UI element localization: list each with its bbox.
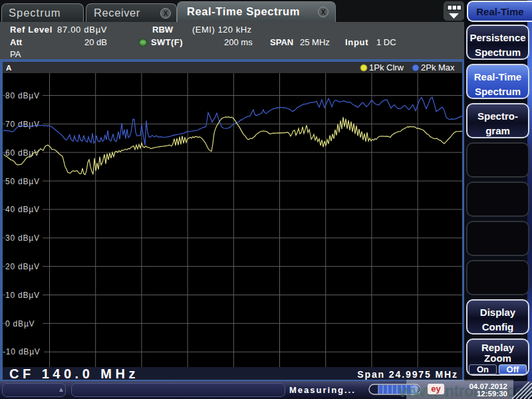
svg-text:30 dBµV: 30 dBµV	[5, 233, 40, 243]
svg-text:50 dBµV: 50 dBµV	[5, 177, 40, 186]
svg-text:-10 dBµV: -10 dBµV	[3, 347, 41, 356]
svg-text:40 dBµV: 40 dBµV	[5, 205, 40, 214]
svg-text:70 dBµV: 70 dBµV	[5, 120, 40, 129]
svg-text:20 dBµV: 20 dBµV	[5, 262, 40, 271]
svg-text:0 dBµV: 0 dBµV	[5, 319, 35, 329]
svg-text:80 dBµV: 80 dBµV	[5, 91, 40, 100]
svg-text:10 dBµV: 10 dBµV	[5, 291, 40, 300]
